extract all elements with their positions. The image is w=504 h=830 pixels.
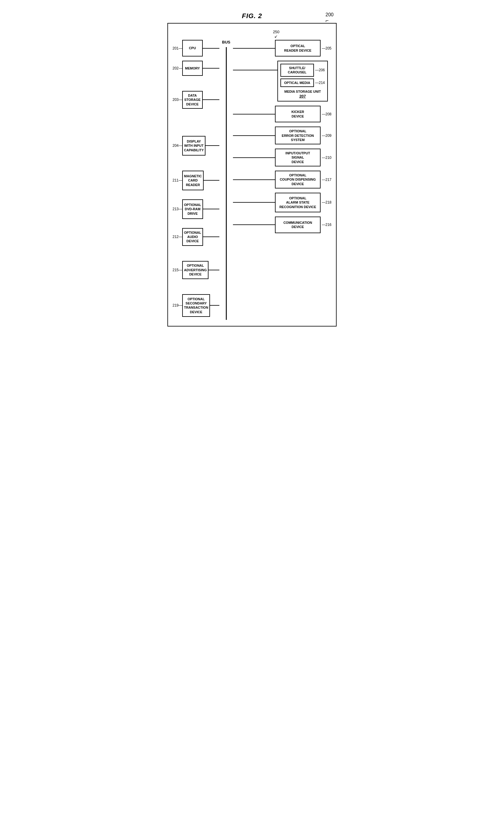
mag-card-row: 211— MAGNETIC CARD READER — [172, 171, 219, 190]
media-storage-outer-box: SHUTTLE/ CAROUSEL —206 OPTICAL MEDIA —21… — [277, 61, 328, 101]
cpu-box: CPU — [182, 40, 202, 57]
audio-hline — [203, 236, 219, 237]
memory-row: 202— MEMORY — [172, 61, 219, 76]
alarm-row: OPTIONAL ALARM STATE RECOGNITION DEVICE … — [233, 193, 332, 212]
ref-205: —205 — [322, 46, 332, 51]
memory-hline — [203, 68, 219, 69]
display-hline — [206, 145, 219, 146]
data-storage-box: DATA STORAGE DEVICE — [182, 91, 202, 109]
ref-211: 211— — [172, 178, 182, 183]
io-signal-box: INPUT/OUTPUT SIGNAL DEVICE — [275, 149, 321, 166]
data-storage-row: 203— DATA STORAGE DEVICE — [172, 91, 219, 109]
ref-210: —210 — [322, 156, 332, 160]
media-storage-title-area: MEDIA STORAGE UNIT 207 — [280, 89, 325, 98]
page: 200 ⌐ FIG. 2 250 ↙ 201— CPU — [161, 6, 343, 332]
mag-card-box: MAGNETIC CARD READER — [182, 171, 203, 190]
dvd-ram-hline — [203, 209, 219, 209]
bus-vertical-line — [226, 47, 227, 320]
coupon-row: OPTIONAL COUPON DISPENSING DEVICE —217 — [233, 171, 332, 189]
alarm-hline — [233, 202, 275, 203]
ref-209: —209 — [322, 133, 332, 138]
ref-201: 201— — [172, 46, 182, 51]
ref-212: 212— — [172, 235, 182, 239]
ref-219: 219— — [172, 303, 182, 308]
data-storage-hline — [203, 99, 219, 100]
ref-202: 202— — [172, 66, 182, 70]
figure-title: FIG. 2 — [167, 12, 337, 20]
ref-208: —208 — [322, 112, 332, 116]
optical-reader-hline-left — [233, 48, 275, 49]
comm-row: COMMUNICATION DEVICE —216 — [233, 217, 332, 233]
memory-box: MEMORY — [182, 61, 202, 76]
kicker-box: KICKER DEVICE — [275, 106, 321, 122]
coupon-box: OPTIONAL COUPON DISPENSING DEVICE — [275, 171, 321, 189]
display-box: DISPLAY WITH INPUT CAPABILITY — [182, 136, 206, 156]
media-storage-hline — [233, 70, 277, 70]
figure-ref-number: 200 ⌐ — [325, 12, 334, 24]
cpu-row: 201— CPU — [172, 40, 219, 57]
left-column: 201— CPU 202— MEMORY — [172, 40, 219, 320]
comm-hline — [233, 224, 275, 225]
ref-203: 203— — [172, 98, 182, 102]
audio-row: 212— OPTIONAL AUDIO DEVICE — [172, 228, 219, 246]
error-detection-hline — [233, 135, 275, 136]
diagram: 201— CPU 202— MEMORY — [172, 40, 332, 320]
ref-217: —217 — [322, 178, 332, 182]
io-signal-row: INPUT/OUTPUT SIGNAL DEVICE —210 — [233, 149, 332, 166]
ref-207: 207 — [280, 94, 325, 98]
dvd-ram-box: OPTIONAL DVD-RAM DRIVE — [182, 199, 203, 219]
bus-label: BUS — [219, 40, 233, 44]
secondary-tx-hline — [210, 305, 219, 306]
ref-214: —214 — [315, 81, 325, 85]
io-signal-hline — [233, 157, 275, 158]
cpu-hline — [203, 48, 219, 49]
ref-206: —206 — [315, 68, 325, 72]
optical-media-row: OPTICAL MEDIA —214 — [280, 78, 325, 87]
audio-box: OPTIONAL AUDIO DEVICE — [182, 228, 203, 246]
ref-215: 215— — [172, 268, 182, 272]
optical-media-box: OPTICAL MEDIA — [280, 78, 314, 87]
ref-218: —218 — [322, 200, 332, 204]
diagram-container: 250 ↙ 201— CPU — [167, 23, 337, 326]
right-column: OPTICAL READER DEVICE —205 SHUTTLE/ CARO… — [233, 40, 332, 320]
shuttle-row: SHUTTLE/ CAROUSEL —206 — [280, 64, 325, 77]
media-storage-label: MEDIA STORAGE UNIT — [280, 89, 325, 94]
ref-216: —216 — [322, 223, 332, 227]
bus-column: BUS — [219, 40, 233, 320]
bus-ref: 250 — [273, 30, 280, 34]
dvd-ram-row: 213— OPTIONAL DVD-RAM DRIVE — [172, 199, 219, 219]
media-storage-row: SHUTTLE/ CAROUSEL —206 OPTICAL MEDIA —21… — [233, 61, 332, 101]
ref-204: 204— — [172, 143, 182, 148]
mag-card-hline — [203, 180, 219, 181]
advertising-hline — [209, 270, 219, 270]
advertising-row: 215— OPTIONAL ADVERTISING DEVICE — [172, 261, 219, 279]
coupon-hline — [233, 180, 275, 180]
error-detection-row: OPTIONAL ERROR DETECTION SYSTEM —209 — [233, 127, 332, 145]
error-detection-box: OPTIONAL ERROR DETECTION SYSTEM — [275, 127, 321, 145]
advertising-box: OPTIONAL ADVERTISING DEVICE — [182, 261, 209, 279]
comm-box: COMMUNICATION DEVICE — [275, 217, 321, 233]
kicker-hline — [233, 114, 275, 115]
display-row: 204— DISPLAY WITH INPUT CAPABILITY — [172, 136, 219, 156]
ref-200: 200 — [325, 12, 334, 17]
alarm-box: OPTIONAL ALARM STATE RECOGNITION DEVICE — [275, 193, 321, 212]
shuttle-box: SHUTTLE/ CAROUSEL — [280, 64, 314, 77]
ref-213: 213— — [172, 207, 182, 211]
kicker-row: KICKER DEVICE —208 — [233, 106, 332, 122]
secondary-tx-box: OPTIONAL SECONDARY TRANSACTION DEVICE — [182, 294, 210, 317]
secondary-tx-row: 219— OPTIONAL SECONDARY TRANSACTION DEVI… — [172, 294, 219, 317]
optical-reader-row: OPTICAL READER DEVICE —205 — [233, 40, 332, 57]
optical-reader-box: OPTICAL READER DEVICE — [275, 40, 321, 57]
